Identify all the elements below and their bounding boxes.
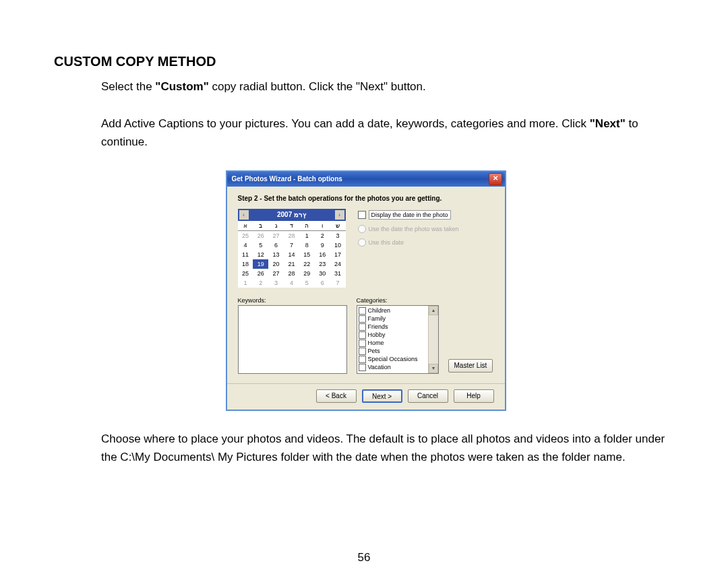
calendar-day[interactable]: 26 xyxy=(253,269,268,278)
calendar-day[interactable]: 13 xyxy=(268,250,284,259)
calendar-day[interactable]: 1 xyxy=(299,230,315,240)
calendar-day[interactable]: 26 xyxy=(253,230,268,240)
calendar-day[interactable]: 5 xyxy=(299,278,315,288)
calendar-day[interactable]: 11 xyxy=(238,250,253,259)
calendar-day[interactable]: 10 xyxy=(330,240,346,250)
radio-photo-date[interactable]: Use the date the photo was taken xyxy=(358,225,494,233)
paragraph-2: Add Active Captions to your pictures. Yo… xyxy=(101,115,677,151)
calendar-day[interactable]: 22 xyxy=(299,259,315,269)
radio-photo-date-label: Use the date the photo was taken xyxy=(369,226,459,232)
page-number: 56 xyxy=(0,551,728,564)
calendar-day[interactable]: 15 xyxy=(299,250,315,259)
section-heading: CUSTOM COPY METHOD xyxy=(54,54,677,69)
scroll-down-icon[interactable]: ▾ xyxy=(429,364,438,373)
body-text: Select the "Custom" copy radial button. … xyxy=(54,77,677,152)
titlebar: Get Photos Wizard - Batch options ✕ xyxy=(227,172,505,187)
paragraph-3: Choose where to place your photos and vi… xyxy=(101,430,677,466)
category-item[interactable]: Children xyxy=(359,307,437,315)
calendar-day[interactable]: 28 xyxy=(284,269,299,278)
calendar-day[interactable]: 14 xyxy=(284,250,299,259)
calendar-day[interactable]: 31 xyxy=(330,269,346,278)
calendar-day[interactable]: 3 xyxy=(330,230,346,240)
calendar-dow: ש xyxy=(330,221,346,231)
calendar-day[interactable]: 25 xyxy=(238,230,253,240)
checkbox-icon xyxy=(359,307,366,315)
radio-this-date[interactable]: Use this date xyxy=(358,238,494,247)
categories-label: Categories: xyxy=(357,297,439,304)
keywords-label: Keywords: xyxy=(238,297,347,304)
calendar-day[interactable]: 2 xyxy=(253,278,268,288)
calendar-dow: ב xyxy=(253,221,268,231)
wizard-screenshot: Get Photos Wizard - Batch options ✕ Step… xyxy=(54,170,677,411)
checkbox-icon xyxy=(358,211,366,219)
calendar-day[interactable]: 27 xyxy=(268,269,284,278)
display-date-label: Display the date in the photo xyxy=(369,210,451,220)
calendar-grid[interactable]: אבגדהוש 25262728123456789101112131415161… xyxy=(238,221,346,288)
keywords-input[interactable] xyxy=(238,305,347,374)
calendar-day[interactable]: 12 xyxy=(253,250,268,259)
calendar-day[interactable]: 7 xyxy=(330,278,346,288)
calendar-day[interactable]: 21 xyxy=(284,259,299,269)
checkbox-icon xyxy=(359,315,366,323)
category-item[interactable]: Hobby xyxy=(359,331,437,339)
calendar-day[interactable]: 9 xyxy=(315,240,330,250)
category-item[interactable]: Vacation xyxy=(359,364,437,371)
calendar-dow: ג xyxy=(268,221,284,231)
category-label: Pets xyxy=(368,348,380,354)
display-date-checkbox[interactable]: Display the date in the photo xyxy=(358,210,494,220)
next-button[interactable]: Next > xyxy=(362,389,402,403)
calendar-day[interactable]: 8 xyxy=(299,240,315,250)
category-item[interactable]: Friends xyxy=(359,323,437,331)
checkbox-icon xyxy=(359,331,366,339)
calendar-dow: ד xyxy=(284,221,299,231)
category-label: Special Occasions xyxy=(368,356,418,362)
calendar-day[interactable]: 2 xyxy=(315,230,330,240)
calendar-day[interactable]: 5 xyxy=(253,240,268,250)
calendar-dow: ה xyxy=(299,221,315,231)
calendar-day[interactable]: 24 xyxy=(330,259,346,269)
window-title: Get Photos Wizard - Batch options xyxy=(232,175,489,183)
category-item[interactable]: Family xyxy=(359,315,437,323)
calendar-day[interactable]: 25 xyxy=(238,269,253,278)
calendar-prev-button[interactable]: ‹ xyxy=(239,210,249,220)
calendar-day[interactable]: 29 xyxy=(299,269,315,278)
calendar-day[interactable]: 20 xyxy=(268,259,284,269)
radio-icon xyxy=(358,238,366,247)
calendar-day[interactable]: 30 xyxy=(315,269,330,278)
calendar-day[interactable]: 18 xyxy=(238,259,253,269)
calendar-day[interactable]: 17 xyxy=(330,250,346,259)
category-label: Children xyxy=(368,307,391,314)
calendar-day[interactable]: 16 xyxy=(315,250,330,259)
category-item[interactable]: Special Occasions xyxy=(359,356,437,363)
calendar-next-button[interactable]: › xyxy=(335,210,344,220)
calendar-day[interactable]: 1 xyxy=(238,278,253,288)
calendar-day[interactable]: 7 xyxy=(284,240,299,250)
calendar-day[interactable]: 3 xyxy=(268,278,284,288)
categories-list[interactable]: ChildrenFamilyFriendsHobbyHomePetsSpecia… xyxy=(357,305,439,374)
wizard-window: Get Photos Wizard - Batch options ✕ Step… xyxy=(226,170,506,411)
calendar-day[interactable]: 28 xyxy=(284,230,299,240)
back-button[interactable]: < Back xyxy=(316,389,357,403)
category-label: Friends xyxy=(368,323,388,330)
cancel-button[interactable]: Cancel xyxy=(408,389,448,403)
calendar-day[interactable]: 27 xyxy=(268,230,284,240)
p1-c: copy radial button. Click the "Next" but… xyxy=(209,80,426,93)
checkbox-icon xyxy=(359,340,366,347)
master-list-button[interactable]: Master List xyxy=(448,359,493,373)
calendar-day[interactable]: 23 xyxy=(315,259,330,269)
calendar-day[interactable]: 6 xyxy=(315,278,330,288)
calendar-day[interactable]: 19 xyxy=(253,259,268,269)
calendar-day[interactable]: 4 xyxy=(284,278,299,288)
help-button[interactable]: Help xyxy=(454,389,494,403)
categories-scrollbar[interactable]: ▴ ▾ xyxy=(428,306,438,373)
calendar-day[interactable]: 6 xyxy=(268,240,284,250)
category-item[interactable]: Home xyxy=(359,340,437,347)
scroll-up-icon[interactable]: ▴ xyxy=(429,306,438,315)
calendar-day[interactable]: 4 xyxy=(238,240,253,250)
date-options: Display the date in the photo Use the da… xyxy=(358,209,494,288)
close-button[interactable]: ✕ xyxy=(489,173,502,185)
checkbox-icon xyxy=(359,348,366,355)
category-item[interactable]: Pets xyxy=(359,348,437,355)
category-label: Home xyxy=(368,340,384,346)
calendar[interactable]: ‹ 2007 ץרמ › אבגדהוש 2526272812345678910… xyxy=(238,209,346,288)
